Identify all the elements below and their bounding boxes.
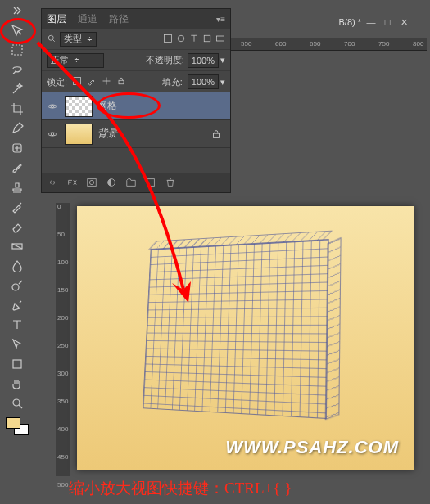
watermark-text: WWW.PSAHZ.COM (225, 437, 399, 458)
marquee-tool[interactable] (8, 41, 26, 59)
filter-type-dropdown[interactable]: 类型≑ (60, 32, 97, 47)
filter-adjust-icon[interactable] (176, 34, 186, 45)
crop-tool[interactable] (8, 100, 26, 118)
brush-tool[interactable] (8, 159, 26, 177)
collapse-icon[interactable] (8, 2, 26, 20)
layer-name[interactable]: 网格 (97, 99, 117, 113)
document-canvas[interactable]: WWW.PSAHZ.COM (77, 206, 414, 470)
lock-all-icon[interactable] (116, 76, 126, 88)
dodge-tool[interactable] (8, 277, 26, 295)
layer-list: 网格 背景 (42, 92, 230, 148)
svg-point-17 (89, 180, 93, 184)
layer-thumb (65, 124, 93, 145)
panel-tabs: 图层 通道 路径 ▾≡ (42, 9, 230, 29)
opacity-value[interactable]: 100% (188, 53, 219, 68)
hand-tool[interactable] (8, 375, 26, 393)
layer-name[interactable]: 背景 (97, 127, 117, 141)
layers-panel: 图层 通道 路径 ▾≡ 类型≑ 正常≑ 不透明度: 100%▾ 锁定: 填充: … (41, 8, 231, 193)
svg-point-5 (13, 399, 20, 406)
svg-rect-12 (119, 80, 124, 84)
lock-icon (210, 128, 222, 140)
stamp-tool[interactable] (8, 178, 26, 196)
heal-tool[interactable] (8, 139, 26, 157)
svg-point-14 (51, 133, 54, 136)
close-button[interactable]: ✕ (397, 16, 410, 28)
fill-flyout-icon[interactable]: ▾ (220, 77, 225, 88)
svg-point-6 (48, 35, 53, 40)
svg-rect-15 (214, 133, 220, 137)
maximize-button[interactable]: □ (381, 16, 394, 28)
lock-paint-icon[interactable] (87, 76, 97, 88)
eraser-tool[interactable] (8, 218, 26, 236)
opacity-label: 不透明度: (146, 54, 184, 66)
shape-tool[interactable] (8, 355, 26, 373)
svg-rect-7 (165, 34, 172, 42)
eyedropper-tool[interactable] (8, 119, 26, 137)
lock-label: 锁定: (47, 76, 67, 88)
layer-row[interactable]: 网格 (42, 92, 230, 120)
history-brush-tool[interactable] (8, 198, 26, 216)
link-icon[interactable] (47, 177, 58, 188)
ruler-left: 050100150200250300350400450500 (56, 203, 70, 476)
mesh-graphic (143, 240, 328, 418)
window-titlebar: B/8) * — □ ✕ (338, 16, 410, 28)
canvas-area: 050100150200250300350400450500 WWW.PSAHZ… (56, 203, 420, 476)
tab-layers[interactable]: 图层 (47, 12, 66, 26)
caption-text: 缩小放大视图快捷键：CTRL+{ } (69, 478, 292, 499)
blend-mode-dropdown[interactable]: 正常≑ (47, 53, 104, 68)
opacity-flyout-icon[interactable]: ▾ (220, 55, 225, 65)
tool-palette (0, 0, 34, 504)
visibility-icon[interactable] (45, 127, 60, 142)
pen-tool[interactable] (8, 296, 26, 314)
search-icon (47, 34, 57, 45)
visibility-icon[interactable] (45, 99, 60, 114)
filter-type-icon[interactable] (189, 34, 199, 45)
fx-icon[interactable] (66, 177, 78, 188)
fill-label: 填充: (162, 76, 183, 88)
svg-rect-4 (13, 360, 21, 368)
svg-point-3 (12, 284, 19, 290)
svg-rect-10 (217, 36, 224, 41)
type-tool[interactable] (8, 316, 26, 334)
lasso-tool[interactable] (8, 61, 26, 79)
layer-row[interactable]: 背景 (42, 120, 230, 148)
minimize-button[interactable]: — (364, 16, 378, 28)
svg-rect-11 (74, 78, 81, 85)
panel-footer (42, 173, 230, 192)
lock-move-icon[interactable] (102, 76, 111, 88)
svg-point-13 (51, 105, 54, 108)
doc-title: B/8) * (338, 17, 361, 27)
blur-tool[interactable] (8, 257, 26, 275)
layer-thumb (65, 96, 93, 117)
svg-point-8 (178, 35, 184, 42)
group-icon[interactable] (125, 177, 137, 188)
mask-icon[interactable] (86, 177, 97, 188)
lock-trans-icon[interactable] (72, 76, 82, 88)
tab-paths[interactable]: 路径 (109, 12, 129, 26)
wand-tool[interactable] (8, 80, 26, 98)
move-tool[interactable] (8, 21, 26, 39)
color-swatch[interactable] (6, 417, 29, 435)
panel-menu-icon[interactable]: ▾≡ (216, 15, 225, 24)
svg-rect-9 (204, 35, 210, 42)
filter-shape-icon[interactable] (202, 34, 212, 45)
tab-channels[interactable]: 通道 (78, 12, 97, 26)
path-select-tool[interactable] (8, 335, 26, 353)
fill-value[interactable]: 100% (188, 74, 219, 89)
svg-rect-0 (12, 45, 22, 55)
gradient-tool[interactable] (8, 237, 26, 255)
filter-smart-icon[interactable] (215, 34, 225, 45)
zoom-tool[interactable] (8, 394, 26, 412)
adjust-icon[interactable] (106, 177, 117, 188)
filter-pixel-icon[interactable] (163, 34, 173, 45)
trash-icon[interactable] (165, 177, 176, 188)
new-layer-icon[interactable] (145, 177, 156, 188)
